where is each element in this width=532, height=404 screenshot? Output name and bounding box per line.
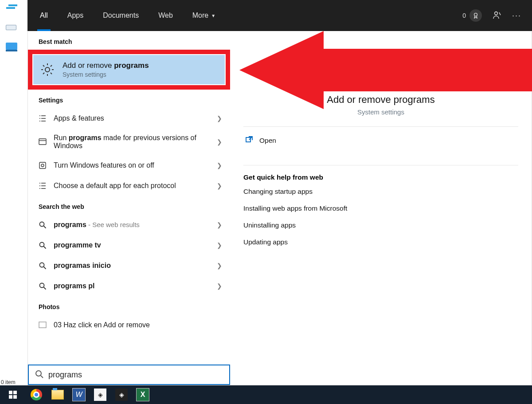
unity-icon: ◈ bbox=[115, 388, 128, 401]
features-icon bbox=[38, 161, 47, 170]
tab-label: More bbox=[192, 12, 208, 20]
quick-link[interactable]: Installing web apps from Microsoft bbox=[243, 204, 518, 212]
svg-rect-3 bbox=[6, 25, 16, 30]
folder-icon bbox=[51, 390, 64, 400]
open-label: Open bbox=[259, 137, 276, 145]
taskbar-app-unity-hub[interactable]: ◈ bbox=[90, 385, 111, 404]
search-input-wrap[interactable] bbox=[28, 365, 230, 385]
settings-result-windows-features[interactable]: Turn Windows features on or off ❯ bbox=[28, 155, 230, 176]
svg-point-6 bbox=[474, 13, 477, 16]
tab-more[interactable]: More ▼ bbox=[185, 0, 223, 31]
desktop-icon[interactable] bbox=[0, 20, 25, 37]
taskbar-app-explorer[interactable] bbox=[47, 385, 68, 404]
medal-icon bbox=[469, 9, 482, 22]
chevron-down-icon: ▼ bbox=[211, 13, 215, 18]
result-label: Run programs made for previous versions … bbox=[54, 134, 211, 150]
chrome-icon bbox=[31, 389, 42, 400]
svg-point-12 bbox=[40, 222, 44, 227]
svg-rect-21 bbox=[9, 391, 12, 394]
taskbar-app-excel[interactable]: X bbox=[132, 385, 153, 404]
section-search-web: Search the web bbox=[28, 196, 230, 215]
open-button[interactable]: Open bbox=[243, 127, 518, 154]
web-result[interactable]: programas inicio ❯ bbox=[28, 255, 230, 276]
taskbar-app-word[interactable]: W bbox=[68, 385, 90, 404]
tab-apps[interactable]: Apps bbox=[60, 0, 90, 31]
results-column: Best match Add or remove programs System… bbox=[28, 31, 230, 385]
settings-result-apps-features[interactable]: Apps & features ❯ bbox=[28, 108, 230, 129]
list-icon bbox=[38, 114, 47, 123]
result-label: 03 Haz click en Add or remove bbox=[54, 321, 222, 329]
preview-title: Add or remove programs bbox=[243, 94, 518, 106]
unity-icon: ◈ bbox=[94, 388, 106, 401]
search-icon bbox=[38, 281, 47, 291]
result-label: Choose a default app for each protocol bbox=[54, 182, 211, 190]
gear-icon bbox=[39, 62, 55, 78]
desktop-icon[interactable] bbox=[0, 38, 25, 56]
svg-point-14 bbox=[40, 263, 44, 267]
tab-label: Web bbox=[158, 12, 173, 20]
list-icon bbox=[38, 181, 47, 191]
more-options-button[interactable]: ··· bbox=[512, 11, 521, 20]
divider bbox=[243, 165, 518, 165]
svg-rect-22 bbox=[13, 391, 17, 394]
search-icon bbox=[35, 370, 44, 380]
result-label: Apps & features bbox=[54, 114, 211, 122]
chevron-right-icon: ❯ bbox=[217, 282, 222, 290]
section-settings: Settings bbox=[28, 90, 230, 108]
rewards-count: 0 bbox=[462, 12, 466, 19]
image-icon bbox=[38, 320, 47, 330]
chevron-right-icon: ❯ bbox=[217, 115, 222, 122]
search-icon bbox=[38, 220, 47, 230]
tab-web[interactable]: Web bbox=[151, 0, 180, 31]
search-icon bbox=[38, 240, 47, 250]
best-match-result[interactable]: Add or remove programs System settings bbox=[32, 54, 226, 85]
web-result[interactable]: programs - See web results ❯ bbox=[28, 215, 230, 235]
svg-rect-5 bbox=[6, 50, 17, 51]
web-result[interactable]: programme tv ❯ bbox=[28, 235, 230, 255]
tab-all[interactable]: All bbox=[33, 0, 55, 31]
svg-point-8 bbox=[45, 67, 50, 72]
section-best-match: Best match bbox=[28, 31, 230, 50]
section-photos: Photos bbox=[28, 296, 230, 315]
word-icon: W bbox=[72, 388, 86, 401]
svg-rect-0 bbox=[8, 4, 17, 6]
settings-result-default-protocol[interactable]: Choose a default app for each protocol ❯ bbox=[28, 176, 230, 196]
web-result[interactable]: programs pl ❯ bbox=[28, 276, 230, 296]
annotation-highlight-box: Add or remove programs System settings bbox=[28, 50, 230, 90]
profile-icon[interactable] bbox=[493, 11, 501, 21]
search-input[interactable] bbox=[48, 370, 223, 380]
desktop-icon[interactable] bbox=[0, 1, 25, 19]
svg-point-17 bbox=[36, 371, 41, 376]
svg-rect-1 bbox=[6, 7, 15, 9]
rewards-button[interactable]: 0 bbox=[462, 9, 482, 22]
svg-rect-4 bbox=[6, 43, 17, 50]
preview-subtitle: System settings bbox=[243, 108, 518, 116]
window-icon bbox=[38, 137, 47, 147]
open-icon bbox=[245, 136, 253, 145]
svg-rect-24 bbox=[13, 395, 17, 399]
tab-documents[interactable]: Documents bbox=[96, 0, 146, 31]
result-label: programs pl bbox=[54, 282, 211, 290]
svg-rect-19 bbox=[246, 137, 250, 142]
chevron-right-icon: ❯ bbox=[217, 262, 222, 269]
search-topbar: All Apps Documents Web More ▼ 0 ··· bbox=[27, 0, 532, 31]
svg-rect-9 bbox=[39, 139, 46, 145]
excel-icon: X bbox=[136, 388, 149, 401]
preview-column: Add or remove programs System settings O… bbox=[230, 31, 532, 385]
taskbar-app-unity[interactable]: ◈ bbox=[111, 385, 132, 404]
start-button[interactable] bbox=[0, 385, 26, 404]
quick-link[interactable]: Updating apps bbox=[243, 238, 518, 246]
svg-rect-23 bbox=[9, 395, 12, 399]
result-label: programme tv bbox=[54, 241, 211, 249]
quick-link[interactable]: Changing startup apps bbox=[243, 188, 518, 196]
photo-result[interactable]: 03 Haz click en Add or remove bbox=[28, 315, 230, 335]
desktop-item-count: 0 item bbox=[0, 379, 16, 385]
quick-link[interactable]: Uninstalling apps bbox=[243, 221, 518, 229]
chevron-right-icon: ❯ bbox=[217, 221, 222, 228]
chevron-right-icon: ❯ bbox=[217, 182, 222, 189]
settings-result-run-previous[interactable]: Run programs made for previous versions … bbox=[28, 129, 230, 155]
taskbar-app-chrome[interactable] bbox=[26, 385, 47, 404]
best-match-subtitle: System settings bbox=[63, 71, 149, 78]
best-match-title: Add or remove programs bbox=[63, 61, 149, 70]
svg-point-18 bbox=[377, 68, 385, 76]
